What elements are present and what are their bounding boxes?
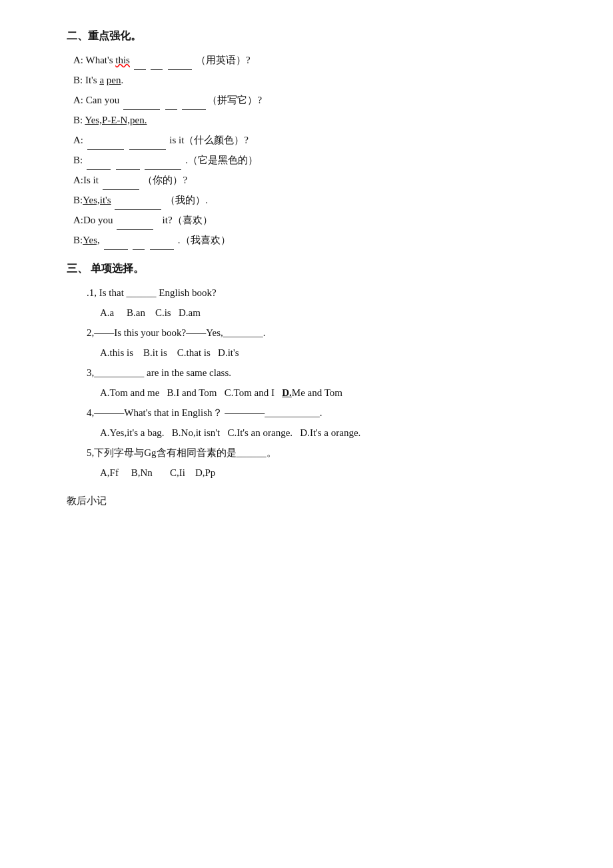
note-label: 教后小记 bbox=[67, 492, 560, 510]
blank-3b bbox=[165, 109, 177, 110]
dialogue-line-4: B: Yes,P-E-N,pen. bbox=[73, 110, 560, 130]
mc-options-3: A.Tom and me B.I and Tom C.Tom and I D.M… bbox=[100, 383, 560, 403]
underline-a: a bbox=[99, 75, 104, 85]
mc-item-1: .1, Is that ______ English book? bbox=[87, 283, 560, 303]
dialogue-line-3: A: Can you （拼写它）? bbox=[73, 90, 560, 110]
blank-10c bbox=[150, 249, 174, 250]
blank-1b bbox=[151, 69, 163, 70]
highlight-this: this bbox=[115, 55, 130, 65]
blank-10a bbox=[104, 249, 128, 250]
dialogue-line-8: B:Yes,it's （我的）. bbox=[73, 190, 560, 210]
option-d-3: D. bbox=[282, 387, 292, 398]
dialogue-line-2: B: It's a pen. bbox=[73, 70, 560, 90]
mc-options-5: A,Ff B,Nn C,Ii D,Pp bbox=[100, 463, 560, 483]
section2: 二、重点强化。 A: What's this （用英语）? B: It's a … bbox=[67, 27, 560, 250]
mc-options-4: A.Yes,it's a bag. B.No,it isn't C.It's a… bbox=[100, 423, 560, 443]
dialogue-line-1: A: What's this （用英语）? bbox=[73, 50, 560, 70]
mc-item-4: 4,———What's that in English？ ————_______… bbox=[87, 403, 560, 423]
underline-yes3: Yes, bbox=[83, 235, 100, 245]
mc-item-2: 2,——Is this your book?——Yes,________. bbox=[87, 323, 560, 343]
mc-options-1: A.a B.an C.is D.am bbox=[100, 303, 560, 323]
dialogue-line-7: A:Is it （你的）? bbox=[73, 170, 560, 190]
dialogue-line-5: A: is it（什么颜色）? bbox=[73, 130, 560, 150]
underline-yes: Yes,P-E-N,pen. bbox=[85, 115, 147, 125]
dialogue-line-10: B:Yes, .（我喜欢） bbox=[73, 230, 560, 250]
section3-title: 三、 单项选择。 bbox=[67, 259, 560, 279]
blank-1c bbox=[168, 69, 192, 70]
mc-questions: .1, Is that ______ English book? A.a B.a… bbox=[73, 283, 560, 483]
mc-item-3: 3,__________ are in the same class. bbox=[87, 363, 560, 383]
section3: 三、 单项选择。 .1, Is that ______ English book… bbox=[67, 259, 560, 483]
blank-3c bbox=[182, 109, 206, 110]
dialogue-line-9: A:Do you it?（喜欢） bbox=[73, 210, 560, 230]
blank-1a bbox=[134, 69, 146, 70]
blank-10b bbox=[133, 249, 145, 250]
underline-pen: pen bbox=[107, 75, 121, 85]
underline-yes2: Yes,it's bbox=[83, 195, 111, 205]
dialogue-line-6: B: .（它是黑色的） bbox=[73, 150, 560, 170]
mc-options-2: A.this is B.it is C.that is D.it's bbox=[100, 343, 560, 363]
section2-title: 二、重点强化。 bbox=[67, 27, 560, 46]
mc-item-5: 5,下列字母与Gg含有相同音素的是______。 bbox=[87, 443, 560, 463]
